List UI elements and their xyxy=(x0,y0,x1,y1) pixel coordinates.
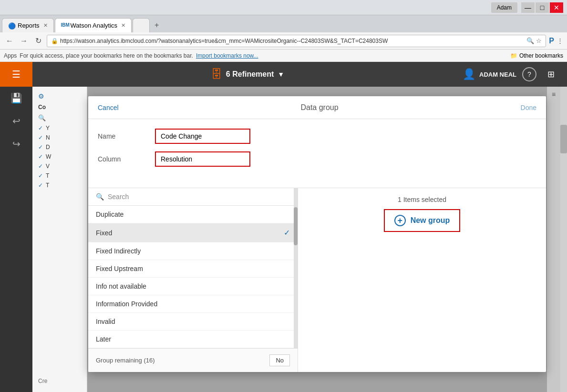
check-icon-4: ✓ xyxy=(38,153,43,160)
column-row: Column xyxy=(98,151,536,167)
group-remaining-label: Group remaining (16) xyxy=(96,357,264,364)
tab-watson-close[interactable]: ✕ xyxy=(121,22,125,29)
check-row-1[interactable]: ✓ Y xyxy=(34,123,85,133)
check-row-3[interactable]: ✓ D xyxy=(34,142,85,152)
tab-reports-label: Reports xyxy=(18,22,40,29)
check-row-5[interactable]: ✓ V xyxy=(34,161,85,171)
column-label: Column xyxy=(98,155,155,163)
close-button[interactable]: ✕ xyxy=(550,2,563,13)
tab-bar: 🔵 Reports ✕ IBM Watson Analytics ✕ + xyxy=(0,15,567,32)
top-toolbar: 🗄 6 Refinement ▼ 👤 ADAM NEAL ? ⊞ xyxy=(32,62,567,87)
bookmark-star[interactable]: ☆ xyxy=(536,37,542,44)
grid-button[interactable]: ⊞ xyxy=(542,66,559,83)
check-icon-2: ✓ xyxy=(38,134,43,141)
menu-button[interactable]: ⋮ xyxy=(557,37,563,44)
browser-titlebar: Adam — □ ✕ xyxy=(0,0,567,15)
maximize-button[interactable]: □ xyxy=(536,2,549,13)
name-input[interactable] xyxy=(155,129,250,144)
tab-reports[interactable]: 🔵 Reports ✕ xyxy=(2,18,54,32)
list-scrollbar-thumb xyxy=(294,207,298,245)
refresh-button[interactable]: ↻ xyxy=(32,35,44,47)
create-label: Cre xyxy=(34,374,85,388)
check-label-1: Y xyxy=(46,125,50,131)
tab-new[interactable] xyxy=(133,18,150,32)
group-remaining-no-button[interactable]: No xyxy=(269,354,290,366)
group-remaining-row: Group remaining (16) No xyxy=(88,348,298,372)
user-name-label: ADAM NEAL xyxy=(479,71,516,78)
name-row: Name xyxy=(98,129,536,144)
import-bookmarks-link[interactable]: Import bookmarks now... xyxy=(196,52,258,59)
list-item-fixed[interactable]: Fixed ✓ xyxy=(88,223,298,242)
dialog-right-column: 1 Items selected + New group xyxy=(298,188,546,372)
sidebar-menu-button[interactable]: ☰ xyxy=(0,62,32,87)
extensions-button[interactable]: P xyxy=(549,37,554,45)
check-icon-7: ✓ xyxy=(38,182,43,189)
app-area: ☰ 💾 ↩ ↪ 🗄 6 Refinement ▼ 👤 ADAM NEAL xyxy=(0,62,567,392)
minimize-button[interactable]: — xyxy=(521,2,535,13)
list-item-fixed-indirectly[interactable]: Fixed Indirectly xyxy=(88,242,298,260)
list-item-later[interactable]: Later xyxy=(88,331,298,348)
new-group-button[interactable]: + New group xyxy=(384,209,461,232)
address-text: https://watson.analytics.ibmcloud.com/?w… xyxy=(60,38,525,44)
address-bar: ← → ↻ 🔒 https://watson.analytics.ibmclou… xyxy=(0,32,567,50)
titlebar-user: Adam xyxy=(491,2,517,13)
redo-icon: ↪ xyxy=(12,138,21,150)
list-item-duplicate[interactable]: Duplicate xyxy=(88,206,298,223)
sidebar-undo-icon[interactable]: ↩ xyxy=(0,110,32,132)
check-row-4[interactable]: ✓ W xyxy=(34,152,85,161)
list-item-invalid[interactable]: Invalid xyxy=(88,313,298,331)
bookmarks-bar: Apps For quick access, place your bookma… xyxy=(0,50,567,62)
back-button[interactable]: ← xyxy=(4,35,15,47)
bookmarks-text: For quick access, place your bookmarks h… xyxy=(20,52,193,59)
other-bookmarks-label: Other bookmarks xyxy=(519,52,563,59)
zoom-button[interactable]: 🔍 xyxy=(526,37,534,44)
forward-button[interactable]: → xyxy=(18,35,30,47)
check-row-6[interactable]: ✓ T xyxy=(34,171,85,181)
sidebar-save-icon[interactable]: 💾 xyxy=(0,87,32,110)
toolbar-title: 6 Refinement xyxy=(226,70,274,79)
column-input[interactable] xyxy=(155,151,250,167)
sidebar-redo-icon[interactable]: ↪ xyxy=(0,132,32,155)
list-item-info-not-available[interactable]: Info not available xyxy=(88,278,298,295)
check-row-2[interactable]: ✓ N xyxy=(34,133,85,142)
vertical-scrollbar[interactable] xyxy=(560,87,567,392)
right-panel-expand-button[interactable]: ≡ xyxy=(548,89,559,100)
search-icon: 🔍 xyxy=(38,114,46,121)
right-panel: ≡ xyxy=(547,87,560,392)
tab-watson[interactable]: IBM Watson Analytics ✕ xyxy=(55,18,132,32)
toolbar-right: 👤 ADAM NEAL ? ⊞ xyxy=(463,66,559,83)
address-input[interactable]: 🔒 https://watson.analytics.ibmcloud.com/… xyxy=(47,35,546,47)
help-button[interactable]: ? xyxy=(522,67,536,81)
done-button[interactable]: Done xyxy=(521,104,536,111)
list-item-information-provided[interactable]: Information Provided xyxy=(88,295,298,313)
check-icon-3: ✓ xyxy=(38,144,43,151)
address-icons: 🔍 ☆ xyxy=(526,37,542,44)
name-label: Name xyxy=(98,132,155,140)
new-group-plus-icon: + xyxy=(394,215,406,226)
search-filter-row: 🔍 xyxy=(34,112,85,123)
dialog-header: Cancel Data group Done xyxy=(88,96,546,119)
check-label-7: T xyxy=(46,182,49,189)
main-content: 🗄 6 Refinement ▼ 👤 ADAM NEAL ? ⊞ ⚙ Co xyxy=(32,62,567,392)
check-label-5: V xyxy=(46,163,50,170)
tab-reports-close[interactable]: ✕ xyxy=(43,22,48,29)
check-row-7[interactable]: ✓ T xyxy=(34,181,85,190)
toolbar-dropdown-button[interactable]: ▼ xyxy=(278,70,284,78)
bookmarks-folder-icon: 📁 xyxy=(510,52,517,59)
filter-icon: ⚙ xyxy=(38,92,44,100)
check-label-6: T xyxy=(46,172,49,179)
list-search-row: 🔍 Search xyxy=(88,188,298,206)
list-item-information-provided-label: Information Provided xyxy=(96,300,157,308)
sidebar: ☰ 💾 ↩ ↪ xyxy=(0,62,32,392)
list-item-invalid-label: Invalid xyxy=(96,318,115,325)
database-icon: 🗄 xyxy=(211,68,222,81)
cancel-button[interactable]: Cancel xyxy=(98,104,119,111)
user-area[interactable]: 👤 ADAM NEAL xyxy=(463,68,516,80)
items-selected-label: 1 Items selected xyxy=(306,196,538,203)
new-tab-button[interactable]: + xyxy=(151,18,163,32)
user-avatar-icon: 👤 xyxy=(463,68,475,80)
list-item-fixed-indirectly-label: Fixed Indirectly xyxy=(96,247,141,255)
check-label-4: W xyxy=(46,153,51,160)
list-scrollbar[interactable] xyxy=(294,188,298,348)
list-item-fixed-upstream[interactable]: Fixed Upstream xyxy=(88,260,298,278)
